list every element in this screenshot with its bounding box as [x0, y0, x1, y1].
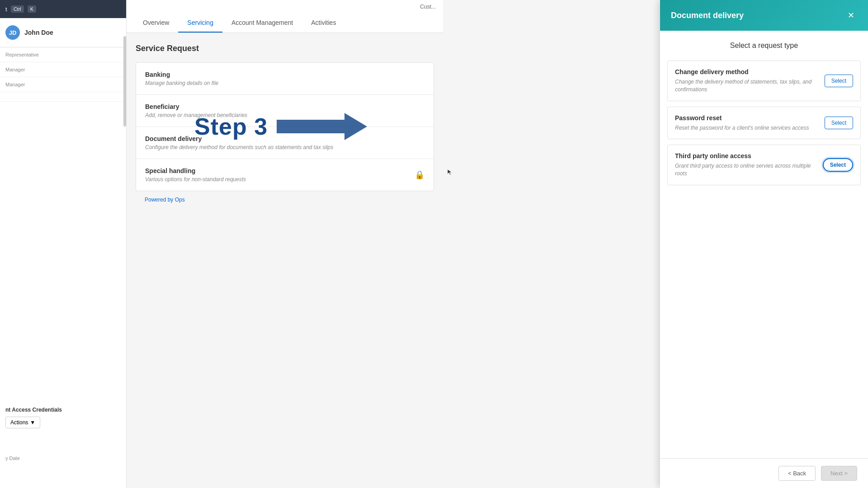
request-item-change-info: Change delivery method Change the delive…: [675, 68, 819, 94]
mouse-cursor: [447, 169, 454, 176]
lock-icon: 🔒: [415, 170, 425, 180]
next-button[interactable]: Next >: [821, 466, 857, 481]
header-top: Cust...: [127, 0, 443, 14]
select-button-third-party[interactable]: Select: [823, 158, 853, 172]
select-button-change-delivery[interactable]: Select: [825, 75, 853, 87]
sidebar-field-manager2: Manager: [0, 77, 126, 92]
main-header: Cust... Overview Servicing Account Manag…: [127, 0, 443, 33]
page-title: Service Request: [136, 44, 434, 53]
service-item-document-delivery[interactable]: Document delivery Configure the delivery…: [136, 127, 434, 159]
actions-button[interactable]: Actions ▼: [5, 417, 40, 428]
manager1-label: Manager: [5, 67, 121, 72]
tab-servicing[interactable]: Servicing: [178, 14, 222, 33]
topbar-text: t: [5, 6, 7, 13]
request-item-change-delivery[interactable]: Change delivery method Change the delive…: [667, 61, 861, 101]
back-button[interactable]: < Back: [778, 466, 816, 481]
avatar: JD: [5, 25, 20, 40]
request-item-password-reset[interactable]: Password reset Reset the password for a …: [667, 107, 861, 140]
close-icon: ✕: [848, 10, 854, 20]
tab-account-management[interactable]: Account Management: [222, 14, 302, 33]
sidebar-field-representative: Representative: [0, 47, 126, 62]
main-body: Service Request Banking Manage banking d…: [127, 33, 443, 219]
main-content: Cust... Overview Servicing Account Manag…: [127, 0, 443, 488]
service-item-beneficiary[interactable]: Beneficiary Add, remove or management be…: [136, 95, 434, 127]
representative-label: Representative: [5, 52, 121, 57]
kbd-k: K: [28, 5, 36, 13]
sidebar-date-field: y Date: [5, 455, 20, 461]
select-button-password-reset[interactable]: Select: [825, 117, 853, 129]
panel-footer: < Back Next >: [660, 458, 868, 488]
request-item-third-party[interactable]: Third party online access Grant third pa…: [667, 145, 861, 185]
kbd-ctrl: Ctrl: [11, 5, 24, 13]
panel-spacer: [660, 259, 868, 458]
service-item-document-info: Document delivery Configure the delivery…: [145, 135, 333, 150]
panel-header: Document delivery ✕: [660, 0, 868, 31]
sidebar-field-blank: [0, 92, 126, 102]
service-item-banking-info: Banking Manage banking details on file: [145, 71, 218, 86]
panel-title: Document delivery: [671, 11, 744, 20]
sidebar-credentials: nt Access Credentials Actions ▼: [0, 401, 118, 434]
service-item-special-info: Special handling Various options for non…: [145, 167, 246, 183]
service-item-beneficiary-info: Beneficiary Add, remove or management be…: [145, 103, 247, 118]
service-item-special-handling[interactable]: Special handling Various options for non…: [136, 159, 434, 191]
sidebar: t Ctrl K JD John Doe Representative Mana…: [0, 0, 127, 488]
sidebar-scrollbar[interactable]: [123, 36, 126, 127]
username: John Doe: [24, 29, 53, 36]
manager2-label: Manager: [5, 82, 121, 87]
sidebar-user: JD John Doe: [0, 18, 126, 47]
service-item-banking[interactable]: Banking Manage banking details on file: [136, 63, 434, 95]
panel-subtitle: Select a request type: [660, 31, 868, 61]
chevron-down-icon: ▼: [30, 419, 35, 426]
powered-by: Powered by Ops: [136, 191, 434, 208]
tab-activities[interactable]: Activities: [302, 14, 345, 33]
request-item-password-info: Password reset Reset the password for a …: [675, 114, 819, 132]
request-item-third-party-info: Third party online access Grant third pa…: [675, 152, 817, 178]
sidebar-topbar: t Ctrl K: [0, 0, 126, 18]
credentials-title: nt Access Credentials: [5, 407, 112, 413]
request-list: Change delivery method Change the delive…: [660, 61, 868, 259]
tab-overview[interactable]: Overview: [134, 14, 178, 33]
cust-button[interactable]: Cust...: [420, 4, 436, 10]
right-panel: Document delivery ✕ Select a request typ…: [660, 0, 868, 488]
close-button[interactable]: ✕: [844, 9, 857, 22]
tab-bar: Overview Servicing Account Management Ac…: [127, 14, 443, 33]
sidebar-field-manager1: Manager: [0, 62, 126, 77]
service-list: Banking Manage banking details on file B…: [136, 62, 434, 191]
